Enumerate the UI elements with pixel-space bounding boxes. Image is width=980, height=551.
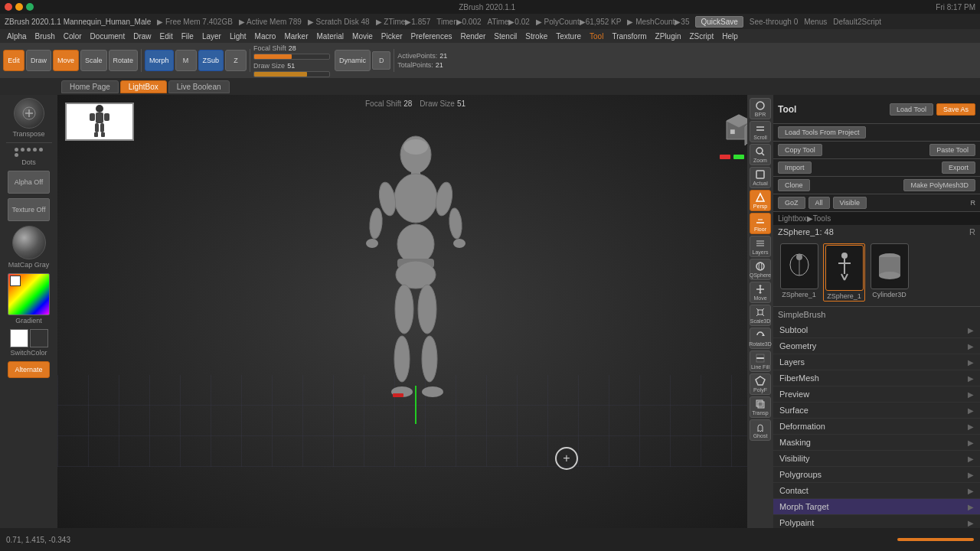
import-btn[interactable]: Import: [778, 161, 812, 174]
menu-marker[interactable]: Marker: [280, 31, 312, 41]
clone-btn[interactable]: Clone: [778, 179, 810, 191]
menu-preferences[interactable]: Preferences: [407, 31, 456, 41]
save-as-button[interactable]: Save As: [936, 103, 975, 116]
focal-shift-slider[interactable]: [253, 54, 330, 60]
quick-save-btn[interactable]: QuickSave: [695, 16, 743, 28]
menu-texture[interactable]: Texture: [552, 31, 585, 41]
menu-picker[interactable]: Picker: [377, 31, 407, 41]
m-button[interactable]: M: [175, 50, 197, 71]
color-picker[interactable]: [8, 273, 50, 315]
menu-stencil[interactable]: Stencil: [490, 31, 521, 41]
z-button[interactable]: Z: [225, 50, 247, 71]
zoom-button[interactable]: Zoom: [750, 144, 771, 165]
menu-macro[interactable]: Macro: [251, 31, 280, 41]
matcap-sphere[interactable]: [12, 226, 46, 259]
zsub-button[interactable]: ZSub: [198, 50, 224, 71]
menu-transform[interactable]: Transform: [608, 31, 650, 41]
background-color[interactable]: [30, 329, 48, 347]
layers-button[interactable]: Layers: [750, 236, 771, 257]
maximize-button[interactable]: [26, 3, 34, 11]
tool-thumb-zsphere1-current[interactable]: ZSphere_1: [823, 243, 865, 302]
d-button[interactable]: D: [372, 51, 390, 70]
scale-button[interactable]: Scale: [80, 50, 107, 71]
menu-edit[interactable]: Edit: [156, 31, 177, 41]
menu-light[interactable]: Light: [226, 31, 250, 41]
edit-button[interactable]: Edit: [3, 50, 24, 71]
dynamic-button[interactable]: Dynamic: [335, 50, 371, 71]
qsphere-button[interactable]: QSphere: [750, 259, 771, 280]
menu-document[interactable]: Document: [87, 31, 129, 41]
nav-tabs: Home Page LightBox Live Boolean: [0, 78, 980, 95]
line-fill-button[interactable]: Line Fill: [750, 350, 771, 372]
menu-surface[interactable]: Surface ▶: [773, 403, 980, 419]
menu-material[interactable]: Material: [313, 31, 348, 41]
menu-brush[interactable]: Brush: [31, 31, 59, 41]
actual-button[interactable]: Actual: [750, 167, 771, 188]
menu-contact[interactable]: Contact ▶: [773, 483, 980, 499]
menu-masking[interactable]: Masking ▶: [773, 435, 980, 451]
menu-stroke[interactable]: Stroke: [521, 31, 551, 41]
menu-layer[interactable]: Layer: [198, 31, 225, 41]
persp-button[interactable]: Persp: [750, 190, 771, 211]
lightbox-tab[interactable]: LightBox: [120, 80, 167, 93]
menu-polygroups[interactable]: Polygroups ▶: [773, 467, 980, 483]
bpr-button[interactable]: BPR: [750, 98, 771, 119]
menu-alpha[interactable]: Alpha: [3, 31, 31, 41]
tool-thumb-zsphere1[interactable]: ZSphere_1: [778, 243, 820, 302]
alternate-btn[interactable]: Alternate: [8, 361, 50, 378]
load-tools-from-project-btn[interactable]: Load Tools From Project: [778, 126, 866, 139]
move-icon-button[interactable]: Move: [750, 282, 771, 303]
menu-zscript[interactable]: ZScript: [686, 31, 718, 41]
menu-tool[interactable]: Tool: [586, 31, 607, 41]
menu-geometry[interactable]: Geometry ▶: [773, 338, 980, 354]
home-page-tab[interactable]: Home Page: [61, 80, 119, 93]
visible-btn[interactable]: Visible: [833, 197, 867, 209]
load-tool-button[interactable]: Load Tool: [890, 103, 933, 116]
menu-preview[interactable]: Preview ▶: [773, 386, 980, 403]
morph-button[interactable]: Morph: [145, 50, 174, 71]
alpha-off-label[interactable]: Alpha Off: [15, 178, 43, 186]
ghost-button[interactable]: Ghost: [750, 419, 771, 441]
menu-fibermesh[interactable]: FiberMesh ▶: [773, 370, 980, 386]
polyf-button[interactable]: PolyF: [750, 373, 771, 395]
menu-zplugin[interactable]: ZPlugin: [652, 31, 685, 41]
tool-thumb-cylinder3d[interactable]: Cylinder3D: [868, 243, 910, 302]
texture-off-label[interactable]: Texture Off: [12, 206, 46, 214]
draw-button[interactable]: Draw: [26, 50, 51, 71]
floor-button[interactable]: Floor: [750, 213, 771, 234]
move-button[interactable]: Move: [53, 50, 79, 71]
menu-visibility[interactable]: Visibility ▶: [773, 451, 980, 467]
live-boolean-tab[interactable]: Live Boolean: [168, 80, 230, 93]
cross-cursor[interactable]: [555, 447, 578, 470]
rotate-button[interactable]: Rotate: [109, 50, 139, 71]
menu-deformation[interactable]: Deformation ▶: [773, 419, 980, 435]
preview-thumbnail[interactable]: [65, 103, 134, 141]
copy-tool-btn[interactable]: Copy Tool: [778, 144, 822, 156]
menu-color[interactable]: Color: [60, 31, 86, 41]
menu-render[interactable]: Render: [457, 31, 490, 41]
menu-help[interactable]: Help: [718, 31, 742, 41]
make-polymesh-btn[interactable]: Make PolyMesh3D: [903, 179, 975, 191]
scale3d-button[interactable]: Scale3D: [750, 305, 771, 326]
menu-file[interactable]: File: [178, 31, 198, 41]
foreground-color[interactable]: [10, 329, 28, 347]
export-btn[interactable]: Export: [942, 161, 975, 174]
paste-tool-btn[interactable]: Paste Tool: [929, 144, 975, 156]
all-btn[interactable]: All: [808, 197, 830, 209]
lightbox-tools-label[interactable]: Lightbox▶Tools: [778, 214, 831, 223]
menu-draw[interactable]: Draw: [129, 31, 155, 41]
draw-size-slider[interactable]: [253, 71, 330, 77]
rotate3d-button[interactable]: Rotate3D: [750, 328, 771, 349]
close-button[interactable]: [5, 3, 12, 11]
transpose-circle[interactable]: [14, 98, 44, 129]
minimize-button[interactable]: [15, 3, 23, 11]
main-canvas[interactable]: ■ Focal Shift 28 Draw Size 51: [57, 95, 773, 528]
menu-morph-target[interactable]: Morph Target ▶: [773, 499, 980, 515]
goz-btn[interactable]: GoZ: [778, 197, 805, 209]
menu-layers[interactable]: Layers ▶: [773, 354, 980, 370]
menus-label[interactable]: Menus: [804, 18, 827, 26]
transp-button[interactable]: Transp: [750, 396, 771, 418]
menu-movie[interactable]: Movie: [348, 31, 377, 41]
scroll-button[interactable]: Scroll: [750, 121, 771, 142]
menu-subtool[interactable]: Subtool ▶: [773, 322, 980, 338]
